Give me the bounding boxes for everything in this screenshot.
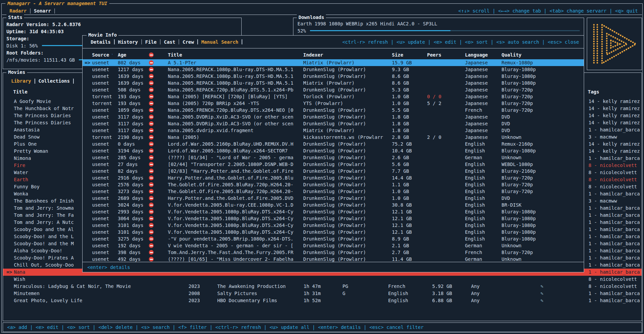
release-size: 9.3 GB [386, 66, 422, 73]
release-row[interactable]: usenet 3117 days nana.2005.dvdrip.xvid.f… [83, 127, 584, 134]
release-quality: Remux-1080p [496, 59, 584, 66]
tab[interactable]: Cast [160, 39, 179, 45]
release-age: 3273 days [112, 188, 143, 195]
movie-title: Funny Boy [14, 184, 40, 189]
release-row[interactable]: torrent 193 days Nana (2005) 720p BRRip … [83, 100, 584, 107]
release-title: V.for.Vendetta.2005.1080p.BluRay.DTS.x26… [162, 208, 298, 215]
header-language[interactable]: Language [460, 51, 496, 59]
release-rejection [143, 107, 162, 113]
movie-title: The Hunchback of Notr [14, 106, 74, 111]
release-age: 3101 days [112, 229, 143, 235]
release-size: 1.1 GB [386, 181, 422, 188]
release-rejection [143, 168, 162, 174]
movie-size: 3.18 GB [429, 290, 468, 297]
release-size: 8.6 GB [386, 73, 422, 80]
tab[interactable]: Sonarr [30, 8, 54, 14]
release-indexer: DrunkenSlug (Prowlarr) [298, 174, 386, 181]
release-row[interactable]: usenet 3275 days -"V pour vendetta.2005.… [83, 235, 584, 242]
movie-title: Plus One [14, 141, 37, 147]
release-row[interactable]: torrent 193 days Nana (2005) [REPACK] [7… [83, 93, 584, 100]
tab[interactable]: Crew [179, 39, 197, 45]
release-row[interactable]: usenet 2576 days The.Goblet.Of.Fire.2005… [83, 181, 584, 188]
movie-title: Scooby-Doo! and the L [14, 234, 74, 239]
release-age: 2689 days [112, 195, 143, 202]
release-language: Japanese [460, 86, 496, 93]
download-item-row[interactable]: Earth 1998 1080p WEBRip x265 Hindi AAC2.… [297, 20, 580, 27]
rejection-icon [149, 148, 154, 153]
rejection-icon [149, 155, 154, 160]
header-size[interactable]: Size [386, 51, 422, 59]
release-row[interactable]: usenet 3024 days V.for.Vendetta.2005.Blu… [83, 202, 584, 208]
release-rejection [143, 66, 162, 73]
release-size: 1.0 GB [386, 188, 422, 195]
release-row[interactable]: usenet 492 days (????) [01/65] - "Miss U… [83, 256, 584, 263]
release-title: Nana.2005.REPACK.1080p.Blu-ray.DTS-HD.MA… [162, 80, 298, 86]
release-indexer: Miatrix (Prowlarr) [298, 80, 386, 86]
movie-tag: 1 - hamilcar_barca [585, 233, 642, 240]
release-source: torrent [92, 134, 112, 140]
tab[interactable]: Details [87, 39, 114, 45]
release-row[interactable]: usenet 0 days Lord.of.War.2005.2160p.Blu… [83, 141, 584, 147]
tab[interactable]: File [142, 39, 160, 45]
release-row[interactable]: usenet 2689 days Harry.Potter.and.the.Go… [83, 195, 584, 202]
release-row[interactable]: usenet 3101 days V.for.Vendetta.2005.108… [83, 229, 584, 235]
release-quality: DVD [496, 195, 584, 202]
release-title: The.Goblet.Of.Fire.2005.BluRay.720p.H264… [162, 181, 298, 188]
release-rejection [143, 154, 162, 161]
release-quality: Bluray-1080p [496, 208, 584, 215]
release-row[interactable]: usenet 3117 days Nana.2005.DVDRip.XviD.A… [83, 113, 584, 120]
movie-row[interactable]: Great Photo, Lovely Life 2023 HBO Docume… [3, 297, 642, 304]
tab[interactable]: Radarr [6, 8, 30, 14]
tag-edit-icon: ✎ [538, 297, 585, 304]
release-age: 285 days [112, 154, 143, 161]
release-row[interactable]: usenet 2993 days V.for.Vendetta.2005.108… [83, 208, 584, 215]
movie-tag: 8 - nicolecolvett [585, 176, 642, 183]
tab[interactable]: Manual Search [198, 39, 242, 45]
release-row[interactable]: usenet 3101 days V.for.Vendetta.2005.108… [83, 222, 584, 229]
tab[interactable]: History [115, 39, 141, 45]
tab[interactable]: Collections [35, 78, 73, 84]
movie-tag: 3 - macmww [585, 197, 642, 205]
release-row[interactable]: usenet 3273 days The.Goblet.Of.Fire.2005… [83, 188, 584, 195]
movie-info-keybindings: <ctrl-r> refresh | <u> update | <e> edit… [342, 39, 579, 45]
movie-year: 2008 [186, 290, 215, 297]
movie-tag: 14 - kelly ramirez [585, 148, 642, 155]
header-age[interactable]: Age [112, 51, 143, 59]
release-row[interactable]: usenet 1217 days Nana.2005.REPACK.1080p.… [83, 66, 584, 73]
movie-title: The Princess Diaries [14, 113, 71, 118]
movies-column-title: Title [13, 89, 27, 95]
release-row[interactable]: torrent 2190 days Nana (2005) kickasstor… [83, 134, 584, 141]
movie-row[interactable]: Minutemen 2008 Salty Pictures 1h 31m G E… [3, 290, 642, 297]
release-row[interactable]: usenet 2916 days Harry.Potter.and.the.Go… [83, 174, 584, 181]
header-quality[interactable]: Quality [496, 51, 584, 59]
release-row[interactable]: usenet 192 days V wie Vendetta - 2005 - … [83, 242, 584, 249]
movie-tag: 1 - hamilcar_barca [585, 240, 642, 247]
release-row[interactable]: usenet 285 days (????) [01/34] - "Lord o… [83, 154, 584, 161]
release-age: 3275 days [112, 235, 143, 242]
release-language: English [460, 229, 496, 235]
movie-tag: 1 - hamilcar_barca [585, 262, 642, 269]
header-indexer[interactable]: Indexer [298, 51, 386, 59]
release-row[interactable]: usenet 398 days Tom.And.Jerry.The.Fast.A… [83, 249, 584, 256]
release-row[interactable]: usenet 1639 days Nana.2005.REPACK.1080p.… [83, 73, 584, 80]
release-row[interactable]: usenet 1059 days Nana.2005.FRENCH.720p.B… [83, 107, 584, 113]
movies-panel-title: Movies [6, 69, 27, 75]
release-row[interactable]: usenet 508 days Nana.2005.REPACK.720p.Bl… [83, 86, 584, 93]
movie-row[interactable]: Miraculous: Ladybug & Cat Noir, The Movi… [3, 283, 642, 290]
release-row[interactable]: usenet 82 days [02/83] "Harry.Potter.and… [83, 168, 584, 174]
header-source[interactable]: Source ▼ [83, 51, 112, 59]
release-row[interactable]: usenet 3194 days Lord.of.War.2005.1080p.… [83, 147, 584, 154]
release-indexer: DrunkenSlug (Prowlarr) [298, 181, 386, 188]
release-age: 3117 days [112, 113, 143, 120]
movie-row[interactable]: Wish 8 - nicolecolvett [3, 276, 642, 283]
header-title[interactable]: Title [162, 51, 298, 59]
release-title: V.for.Vendetta.2005.1080p.BluRay.DTS.x26… [162, 229, 298, 235]
release-row[interactable]: =>usenet 802 days A 5.1-PTer Miatrix (Pr… [83, 59, 584, 66]
release-row[interactable]: usenet 1639 days Nana.2005.REPACK.1080p.… [83, 80, 584, 86]
release-row[interactable]: usenet 3064 days V.for.Vendetta.2005.108… [83, 215, 584, 222]
release-row[interactable]: usenet 27 days [02/44] "Transporter 2.20… [83, 161, 584, 168]
header-peers[interactable]: Peers [422, 51, 460, 59]
tab[interactable]: Library [8, 78, 35, 84]
release-indexer: DrunkenSlug (Prowlarr) [298, 229, 386, 235]
release-row[interactable]: usenet 3117 days Nana.2005.DVDRip.XviD.A… [83, 120, 584, 127]
